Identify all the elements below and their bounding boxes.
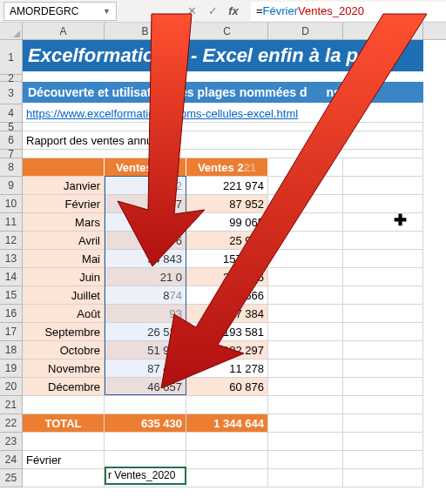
formula-part2: Ventes_2020 <box>298 4 364 17</box>
value-2021[interactable]: 37 384 <box>186 305 268 323</box>
fx-icon[interactable]: fx <box>223 3 244 20</box>
value-2020[interactable]: 52 876 <box>105 232 186 250</box>
row-header[interactable]: 8 <box>0 158 23 177</box>
row-header[interactable]: 15 <box>0 286 23 305</box>
page-banner: Excelformation.fr - Excel enfin à la p <box>23 40 423 71</box>
column-headers: A B C D E <box>0 23 446 40</box>
grid[interactable]: 1 Excelformation.fr - Excel enfin à la p… <box>0 40 446 487</box>
accept-icon[interactable]: ✓ <box>202 3 223 20</box>
value-2021[interactable]: 193 581 <box>186 323 268 341</box>
col-header-c[interactable]: C <box>186 23 268 39</box>
name-box-value: AMORDEGRC <box>10 5 78 17</box>
formula-eq: = <box>256 4 263 17</box>
value-2020[interactable]: 87 410 <box>105 360 186 378</box>
value-2021[interactable]: 11 278 <box>186 360 268 378</box>
value-2020[interactable]: 48 147 <box>105 195 186 213</box>
row-header[interactable]: 24 <box>0 451 23 469</box>
col-header-d[interactable]: D <box>268 23 343 39</box>
row-header[interactable]: 19 <box>0 360 23 378</box>
formula-input[interactable]: =Février Ventes_2020 <box>251 2 446 21</box>
row-header[interactable]: 12 <box>0 232 23 250</box>
month-cell[interactable]: Septembre <box>23 323 105 341</box>
value-2020[interactable]: 93 <box>105 305 186 323</box>
edit-cell-text: r Ventes_2020 <box>108 469 175 481</box>
value-2021[interactable]: 157 360 <box>186 250 268 268</box>
subhead-tail: ns Exce <box>327 85 373 99</box>
row-header[interactable]: 13 <box>0 250 23 268</box>
row-header[interactable]: 3 <box>0 82 23 104</box>
name-box[interactable]: AMORDEGRC ▼ <box>3 2 117 21</box>
month-cell[interactable]: Octobre <box>23 341 105 360</box>
row-header[interactable]: 14 <box>0 268 23 286</box>
row-header[interactable]: 10 <box>0 195 23 213</box>
formula-buttons: ✕ ✓ fx <box>120 3 251 20</box>
row-header[interactable]: 23 <box>0 433 23 451</box>
row-header[interactable]: 16 <box>0 305 23 323</box>
table-header-2021: Ventes 221 <box>186 158 268 177</box>
value-2021[interactable]: 99 065 <box>186 213 268 232</box>
value-2020[interactable]: 22 <box>105 177 186 195</box>
month-cell[interactable]: Avril <box>23 232 105 250</box>
table-header-2020: Ventes 220 <box>105 158 186 177</box>
cancel-icon[interactable]: ✕ <box>181 3 202 20</box>
select-all-corner[interactable] <box>0 23 23 39</box>
value-2021[interactable]: 87 952 <box>186 195 268 213</box>
value-2021[interactable]: 60 876 <box>186 378 268 396</box>
row-header[interactable]: 7 <box>0 150 23 158</box>
row-header[interactable]: 22 <box>0 414 23 433</box>
month-cell[interactable]: Février <box>23 195 105 213</box>
formula-part1: Février <box>263 4 298 17</box>
col-header-a[interactable]: A <box>23 23 105 39</box>
value-2021[interactable]: 203 306 <box>186 268 268 286</box>
total-2020: 635 430 <box>105 414 186 433</box>
value-2020[interactable]: 26 528 <box>105 323 186 341</box>
row-header[interactable]: 18 <box>0 341 23 360</box>
report-title: Rapport des ventes annuelles <box>26 134 176 147</box>
row-header[interactable]: 25 <box>0 469 23 487</box>
subhead-text: Découverte et utilisation des plages nom… <box>28 85 307 99</box>
col-header-b[interactable]: B <box>105 23 186 39</box>
value-2021[interactable]: 182 297 <box>186 341 268 360</box>
active-edit-cell[interactable]: r Ventes_2020 <box>105 467 186 485</box>
info-link[interactable]: https://www.excelformation.fr/noms-cellu… <box>26 107 298 120</box>
total-label: TOTAL <box>23 414 105 433</box>
value-2020[interactable]: 46 657 <box>105 378 186 396</box>
row-header[interactable]: 1 <box>0 40 23 75</box>
month-cell[interactable]: Janvier <box>23 177 105 195</box>
value-2021[interactable]: 221 974 <box>186 177 268 195</box>
month-cell[interactable]: Novembre <box>23 360 105 378</box>
value-2021[interactable]: 63 666 <box>186 286 268 305</box>
value-2020[interactable]: 20 776 <box>105 213 186 232</box>
row-header[interactable]: 17 <box>0 323 23 341</box>
table-header-blank <box>23 158 105 177</box>
sub-heading: Découverte et utilisation des plages nom… <box>23 82 423 103</box>
value-2020[interactable]: 874 <box>105 286 186 305</box>
name-box-dropdown-icon[interactable]: ▼ <box>103 7 111 16</box>
value-2020[interactable]: 54 843 <box>105 250 186 268</box>
month-cell[interactable]: Juin <box>23 268 105 286</box>
total-2021: 1 344 644 <box>186 414 268 433</box>
value-2020[interactable]: 21 0 <box>105 268 186 286</box>
month-cell[interactable]: Mai <box>23 250 105 268</box>
month-cell[interactable]: Décembre <box>23 378 105 396</box>
row-header[interactable]: 9 <box>0 177 23 195</box>
row-header[interactable]: 11 <box>0 213 23 232</box>
month-cell[interactable]: Mars <box>23 213 105 232</box>
month-cell[interactable]: Août <box>23 305 105 323</box>
row-header[interactable]: 2 <box>0 75 23 82</box>
row-header[interactable]: 5 <box>0 123 23 131</box>
value-2020[interactable]: 51 923 <box>105 341 186 360</box>
month-cell[interactable]: Juillet <box>23 286 105 305</box>
col-header-e[interactable]: E <box>343 23 423 39</box>
row-header[interactable]: 21 <box>0 396 23 414</box>
formula-bar: AMORDEGRC ▼ ✕ ✓ fx =Février Ventes_2020 <box>0 0 446 23</box>
value-2021[interactable]: 25 905 <box>186 232 268 250</box>
edit-label-cell[interactable]: Février <box>23 451 105 469</box>
row-header[interactable]: 20 <box>0 378 23 396</box>
